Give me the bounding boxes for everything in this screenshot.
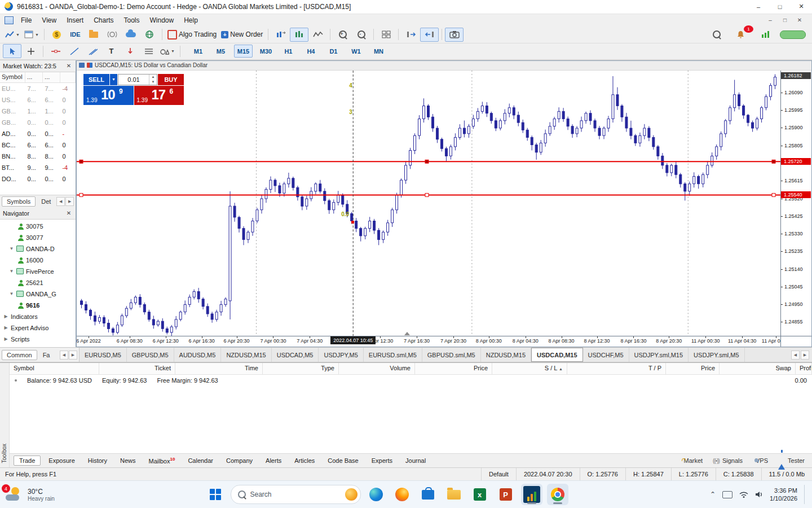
crosshair-tool-button[interactable] xyxy=(21,44,40,58)
new-chart-button[interactable]: ▼ xyxy=(22,28,41,42)
toolbox-tab-company[interactable]: Company xyxy=(221,456,258,465)
timeframe-mn-button[interactable]: MN xyxy=(369,45,388,58)
taskbar-firefox-icon[interactable] xyxy=(391,484,413,505)
timeframe-m15-button[interactable]: M15 xyxy=(234,45,253,58)
market-watch-column-header[interactable]: Symbol xyxy=(0,72,25,82)
notifications-button[interactable]: 1 xyxy=(731,28,750,42)
navigator-item[interactable]: ▼FivePerce xyxy=(0,266,76,277)
tabs-scroll-left-icon[interactable]: ◀ xyxy=(56,197,65,206)
taskbar-search-input[interactable]: Search xyxy=(231,485,361,504)
trade-column-headers[interactable]: SymbolTicketTimeTypeVolumePriceS / L ▲T … xyxy=(10,363,812,375)
text-tool-button[interactable]: T xyxy=(102,44,121,58)
navigator-item[interactable]: ▼OANDA-D xyxy=(0,243,76,255)
chart-tab[interactable]: USDJPY.sml,M15 xyxy=(629,348,689,362)
menu-tools[interactable]: Tools xyxy=(119,15,145,25)
arrows-tool-button[interactable] xyxy=(121,44,139,58)
toolbox-tab-exposure[interactable]: Exposure xyxy=(43,456,80,465)
chart-tab[interactable]: EURUSD.sml,M5 xyxy=(364,348,422,362)
column-header-tp[interactable]: T / P xyxy=(567,363,666,374)
open-data-folder-button[interactable] xyxy=(85,28,103,42)
tile-windows-button[interactable] xyxy=(377,28,395,42)
navigator-item[interactable]: ▶Expert Adviso xyxy=(0,322,76,334)
chart-tab[interactable]: USDCHF,M5 xyxy=(583,348,629,362)
column-header-time[interactable]: Time xyxy=(175,363,263,374)
column-header-price[interactable]: Price xyxy=(666,363,720,374)
chart-tab[interactable]: USDCAD,M5 xyxy=(272,348,319,362)
timeframe-w1-button[interactable]: W1 xyxy=(347,45,365,58)
column-header-price[interactable]: Price xyxy=(415,363,492,374)
toolbox-tab-news[interactable]: News xyxy=(115,456,141,465)
menu-charts[interactable]: Charts xyxy=(89,15,118,25)
chart-type-button[interactable]: ▼ xyxy=(3,28,22,42)
timeframe-m30-button[interactable]: M30 xyxy=(257,45,275,58)
search-highlight-icon[interactable] xyxy=(345,488,358,501)
chevron-right-icon[interactable]: ▶ xyxy=(3,314,8,319)
trendline-tool-button[interactable] xyxy=(65,44,83,58)
column-header-volume[interactable]: Volume xyxy=(339,363,415,374)
navigator-item[interactable]: ▶Scripts xyxy=(0,334,76,345)
taskbar-chrome-icon[interactable] xyxy=(547,484,568,505)
market-watch-row[interactable]: BN... 8... 8... 0 xyxy=(0,151,76,162)
chart-tab[interactable]: GBPUSD.sml,M5 xyxy=(422,348,481,362)
toolbox-tab-journal[interactable]: Journal xyxy=(400,456,431,465)
channel-tool-button[interactable] xyxy=(83,44,102,58)
chart-tabs-scroll-right-icon[interactable]: ▶ xyxy=(801,351,809,360)
lines-menu-button[interactable] xyxy=(139,44,158,58)
volume-value[interactable]: 0.01 xyxy=(118,75,149,85)
toolbox-tab-alerts[interactable]: Alerts xyxy=(261,456,286,465)
close-icon[interactable]: ✕ xyxy=(65,210,73,216)
maximize-button[interactable]: □ xyxy=(769,0,791,14)
market-watch-column-header[interactable]: ... xyxy=(25,72,43,82)
navigator-item[interactable]: 16000 xyxy=(0,255,76,266)
chart-tab[interactable]: USDJPY,M5 xyxy=(319,348,363,362)
buy-button[interactable]: BUY xyxy=(158,74,184,85)
column-header-type[interactable]: Type xyxy=(263,363,339,374)
toolbox-tester-button[interactable]: Tester xyxy=(778,457,805,464)
timeframe-h1-button[interactable]: H1 xyxy=(279,45,298,58)
chart-tab[interactable]: AUDUSD,M5 xyxy=(174,348,222,362)
market-watch-row[interactable]: GB... 0... 0... 0 xyxy=(0,117,76,128)
navigator-item[interactable]: 30075 xyxy=(0,221,76,232)
volume-input[interactable]: 0.01 ▲ ▼ xyxy=(118,74,157,85)
toolbox-side-strip[interactable]: Toolbox xyxy=(0,363,10,467)
market-watch-row[interactable]: GB... 1... 1... 0 xyxy=(0,106,76,117)
chart-minimize-button[interactable]: – xyxy=(765,16,776,25)
toolbox-signals-button[interactable]: ((•))Signals xyxy=(713,457,743,464)
auto-scroll-button[interactable] xyxy=(290,28,308,42)
start-button[interactable] xyxy=(205,484,226,505)
touch-keyboard-icon[interactable] xyxy=(722,491,732,498)
market-watch-tab-symbols[interactable]: Symbols xyxy=(2,196,36,207)
chart-close-button[interactable]: ✕ xyxy=(794,16,805,25)
weather-widget[interactable]: 4 30°C Heavy rain xyxy=(6,487,107,502)
menu-file[interactable]: File xyxy=(16,15,37,25)
taskbar-clock[interactable]: 3:36 PM 1/10/2026 xyxy=(770,487,797,503)
column-header-symbol[interactable]: Symbol xyxy=(10,363,99,374)
column-header-ticket[interactable]: Ticket xyxy=(99,363,175,374)
candlestick-chart[interactable] xyxy=(77,71,780,336)
market-watch-column-header[interactable] xyxy=(60,72,76,82)
timeframe-m1-button[interactable]: M1 xyxy=(189,45,208,58)
mql5-profile-button[interactable] xyxy=(756,28,774,42)
taskbar-powerpoint-icon[interactable]: P xyxy=(495,484,517,505)
menu-insert[interactable]: Insert xyxy=(61,15,89,25)
taskbar-store-icon[interactable] xyxy=(417,484,439,505)
metaeditor-ide-button[interactable]: IDE xyxy=(66,28,85,42)
toolbox-market-button[interactable]: Market xyxy=(681,457,703,464)
market-watch-column-headers[interactable]: Symbol...... xyxy=(0,72,76,83)
zoom-in-button[interactable]: + xyxy=(333,28,352,42)
metaquotes-button[interactable] xyxy=(103,28,122,42)
toolbox-vps-button[interactable]: VPS xyxy=(753,457,768,464)
chevron-right-icon[interactable]: ▶ xyxy=(3,336,8,341)
taskbar-excel-icon[interactable]: x xyxy=(469,484,491,505)
zoom-out-button[interactable]: - xyxy=(352,28,370,42)
chart-tab[interactable]: NZDUSD,M15 xyxy=(481,348,531,362)
column-header-swap[interactable]: Swap xyxy=(720,363,796,374)
navigator-item[interactable]: ▶Indicators xyxy=(0,311,76,322)
toolbox-tab-history[interactable]: History xyxy=(83,456,112,465)
toolbox-tab-trade[interactable]: Trade xyxy=(14,456,41,466)
screenshot-button[interactable] xyxy=(445,28,464,42)
object-anchor-marker[interactable] xyxy=(351,221,354,224)
market-watch-row[interactable]: AD... 0... 0... - xyxy=(0,128,76,139)
tabs-scroll-right-icon[interactable]: ▶ xyxy=(65,197,74,206)
menu-view[interactable]: View xyxy=(37,15,61,25)
